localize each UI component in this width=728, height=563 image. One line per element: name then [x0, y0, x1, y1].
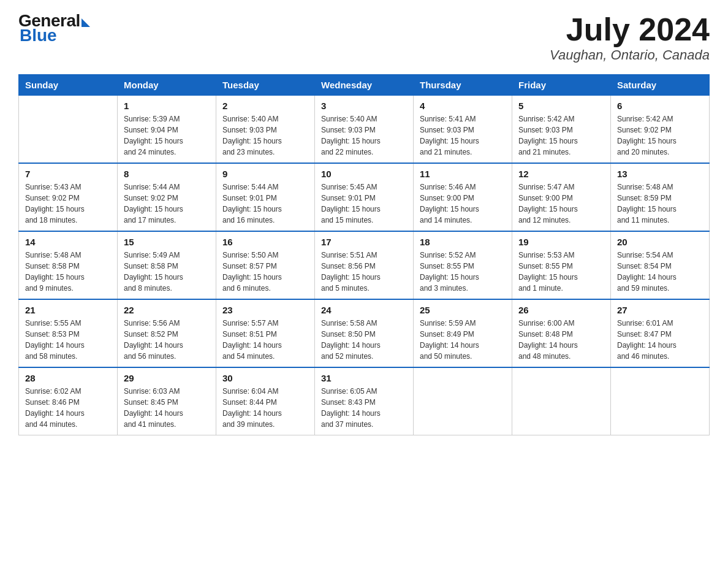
day-number: 28: [25, 373, 111, 383]
calendar-location: Vaughan, Ontario, Canada: [550, 47, 710, 63]
calendar-cell: 21Sunrise: 5:55 AMSunset: 8:53 PMDayligh…: [19, 299, 118, 367]
calendar-cell: 2Sunrise: 5:40 AMSunset: 9:03 PMDaylight…: [216, 96, 315, 164]
day-number: 16: [222, 237, 308, 247]
calendar-cell: 23Sunrise: 5:57 AMSunset: 8:51 PMDayligh…: [216, 299, 315, 367]
day-info: Sunrise: 6:02 AMSunset: 8:46 PMDaylight:…: [25, 386, 111, 430]
calendar-cell: 16Sunrise: 5:50 AMSunset: 8:57 PMDayligh…: [216, 231, 315, 299]
calendar-cell: 10Sunrise: 5:45 AMSunset: 9:01 PMDayligh…: [315, 163, 414, 231]
calendar-cell: [611, 367, 710, 435]
day-number: 19: [518, 237, 604, 247]
calendar-cell: 22Sunrise: 5:56 AMSunset: 8:52 PMDayligh…: [118, 299, 216, 367]
day-number: 21: [25, 305, 111, 315]
day-info: Sunrise: 5:48 AMSunset: 8:58 PMDaylight:…: [25, 250, 111, 294]
calendar-header: SundayMondayTuesdayWednesdayThursdayFrid…: [19, 75, 710, 96]
day-number: 4: [420, 101, 506, 111]
day-number: 23: [222, 305, 308, 315]
day-number: 8: [124, 169, 210, 179]
calendar-table: SundayMondayTuesdayWednesdayThursdayFrid…: [18, 74, 710, 435]
day-info: Sunrise: 5:41 AMSunset: 9:03 PMDaylight:…: [420, 113, 506, 158]
day-number: 12: [518, 169, 604, 179]
day-info: Sunrise: 5:52 AMSunset: 8:55 PMDaylight:…: [420, 250, 506, 294]
calendar-cell: 27Sunrise: 6:01 AMSunset: 8:47 PMDayligh…: [611, 299, 710, 367]
day-info: Sunrise: 5:42 AMSunset: 9:02 PMDaylight:…: [617, 113, 703, 158]
day-number: 17: [321, 237, 407, 247]
day-header-row: SundayMondayTuesdayWednesdayThursdayFrid…: [19, 75, 710, 96]
day-info: Sunrise: 5:56 AMSunset: 8:52 PMDaylight:…: [124, 318, 210, 362]
day-number: 30: [222, 373, 308, 383]
logo-blue-text: Blue: [18, 27, 90, 44]
day-number: 13: [617, 169, 703, 179]
day-info: Sunrise: 5:59 AMSunset: 8:49 PMDaylight:…: [420, 318, 506, 362]
day-number: 3: [321, 101, 407, 111]
day-number: 24: [321, 305, 407, 315]
day-number: 11: [420, 169, 506, 179]
calendar-row-4: 21Sunrise: 5:55 AMSunset: 8:53 PMDayligh…: [19, 299, 710, 367]
calendar-cell: 7Sunrise: 5:43 AMSunset: 9:02 PMDaylight…: [19, 163, 118, 231]
day-info: Sunrise: 5:50 AMSunset: 8:57 PMDaylight:…: [222, 250, 308, 294]
day-number: 22: [124, 305, 210, 315]
day-number: 15: [124, 237, 210, 247]
day-number: 29: [124, 373, 210, 383]
day-number: 10: [321, 169, 407, 179]
day-info: Sunrise: 5:54 AMSunset: 8:54 PMDaylight:…: [617, 250, 703, 294]
calendar-cell: 17Sunrise: 5:51 AMSunset: 8:56 PMDayligh…: [315, 231, 414, 299]
calendar-cell: 9Sunrise: 5:44 AMSunset: 9:01 PMDaylight…: [216, 163, 315, 231]
day-info: Sunrise: 5:40 AMSunset: 9:03 PMDaylight:…: [321, 113, 407, 158]
day-header-tuesday: Tuesday: [216, 75, 315, 96]
logo: General Blue: [18, 12, 90, 44]
calendar-cell: 28Sunrise: 6:02 AMSunset: 8:46 PMDayligh…: [19, 367, 118, 435]
calendar-cell: 25Sunrise: 5:59 AMSunset: 8:49 PMDayligh…: [414, 299, 512, 367]
calendar-cell: 8Sunrise: 5:44 AMSunset: 9:02 PMDaylight…: [118, 163, 216, 231]
day-info: Sunrise: 5:46 AMSunset: 9:00 PMDaylight:…: [420, 182, 506, 226]
day-header-wednesday: Wednesday: [315, 75, 414, 96]
calendar-cell: 18Sunrise: 5:52 AMSunset: 8:55 PMDayligh…: [414, 231, 512, 299]
day-info: Sunrise: 6:03 AMSunset: 8:45 PMDaylight:…: [124, 386, 210, 430]
day-info: Sunrise: 5:43 AMSunset: 9:02 PMDaylight:…: [25, 182, 111, 226]
calendar-body: 1Sunrise: 5:39 AMSunset: 9:04 PMDaylight…: [19, 96, 710, 435]
day-header-thursday: Thursday: [414, 75, 512, 96]
calendar-cell: 29Sunrise: 6:03 AMSunset: 8:45 PMDayligh…: [118, 367, 216, 435]
calendar-cell: 13Sunrise: 5:48 AMSunset: 8:59 PMDayligh…: [611, 163, 710, 231]
day-number: 2: [222, 101, 308, 111]
calendar-cell: [512, 367, 611, 435]
calendar-cell: 11Sunrise: 5:46 AMSunset: 9:00 PMDayligh…: [414, 163, 512, 231]
day-info: Sunrise: 5:48 AMSunset: 8:59 PMDaylight:…: [617, 182, 703, 226]
day-info: Sunrise: 5:45 AMSunset: 9:01 PMDaylight:…: [321, 182, 407, 226]
calendar-cell: 4Sunrise: 5:41 AMSunset: 9:03 PMDaylight…: [414, 96, 512, 164]
calendar-row-2: 7Sunrise: 5:43 AMSunset: 9:02 PMDaylight…: [19, 163, 710, 231]
day-header-monday: Monday: [118, 75, 216, 96]
calendar-cell: 1Sunrise: 5:39 AMSunset: 9:04 PMDaylight…: [118, 96, 216, 164]
day-info: Sunrise: 6:01 AMSunset: 8:47 PMDaylight:…: [617, 318, 703, 362]
calendar-title: July 2024: [550, 12, 710, 47]
logo-arrow-icon: [82, 18, 90, 27]
calendar-cell: 15Sunrise: 5:49 AMSunset: 8:58 PMDayligh…: [118, 231, 216, 299]
day-number: 9: [222, 169, 308, 179]
day-info: Sunrise: 6:05 AMSunset: 8:43 PMDaylight:…: [321, 386, 407, 430]
day-number: 1: [124, 101, 210, 111]
day-number: 26: [518, 305, 604, 315]
day-info: Sunrise: 5:47 AMSunset: 9:00 PMDaylight:…: [518, 182, 604, 226]
calendar-row-5: 28Sunrise: 6:02 AMSunset: 8:46 PMDayligh…: [19, 367, 710, 435]
calendar-cell: 12Sunrise: 5:47 AMSunset: 9:00 PMDayligh…: [512, 163, 611, 231]
day-info: Sunrise: 5:44 AMSunset: 9:02 PMDaylight:…: [124, 182, 210, 226]
day-header-friday: Friday: [512, 75, 611, 96]
day-info: Sunrise: 5:42 AMSunset: 9:03 PMDaylight:…: [518, 113, 604, 158]
calendar-row-1: 1Sunrise: 5:39 AMSunset: 9:04 PMDaylight…: [19, 96, 710, 164]
day-info: Sunrise: 5:39 AMSunset: 9:04 PMDaylight:…: [124, 113, 210, 158]
calendar-cell: 24Sunrise: 5:58 AMSunset: 8:50 PMDayligh…: [315, 299, 414, 367]
day-number: 25: [420, 305, 506, 315]
day-number: 5: [518, 101, 604, 111]
day-info: Sunrise: 5:57 AMSunset: 8:51 PMDaylight:…: [222, 318, 308, 362]
day-number: 31: [321, 373, 407, 383]
calendar-cell: 26Sunrise: 6:00 AMSunset: 8:48 PMDayligh…: [512, 299, 611, 367]
title-block: July 2024 Vaughan, Ontario, Canada: [550, 12, 710, 63]
day-info: Sunrise: 5:53 AMSunset: 8:55 PMDaylight:…: [518, 250, 604, 294]
day-number: 6: [617, 101, 703, 111]
day-info: Sunrise: 5:55 AMSunset: 8:53 PMDaylight:…: [25, 318, 111, 362]
calendar-cell: 31Sunrise: 6:05 AMSunset: 8:43 PMDayligh…: [315, 367, 414, 435]
calendar-cell: 3Sunrise: 5:40 AMSunset: 9:03 PMDaylight…: [315, 96, 414, 164]
day-header-sunday: Sunday: [19, 75, 118, 96]
day-info: Sunrise: 5:58 AMSunset: 8:50 PMDaylight:…: [321, 318, 407, 362]
day-number: 14: [25, 237, 111, 247]
calendar-cell: 6Sunrise: 5:42 AMSunset: 9:02 PMDaylight…: [611, 96, 710, 164]
